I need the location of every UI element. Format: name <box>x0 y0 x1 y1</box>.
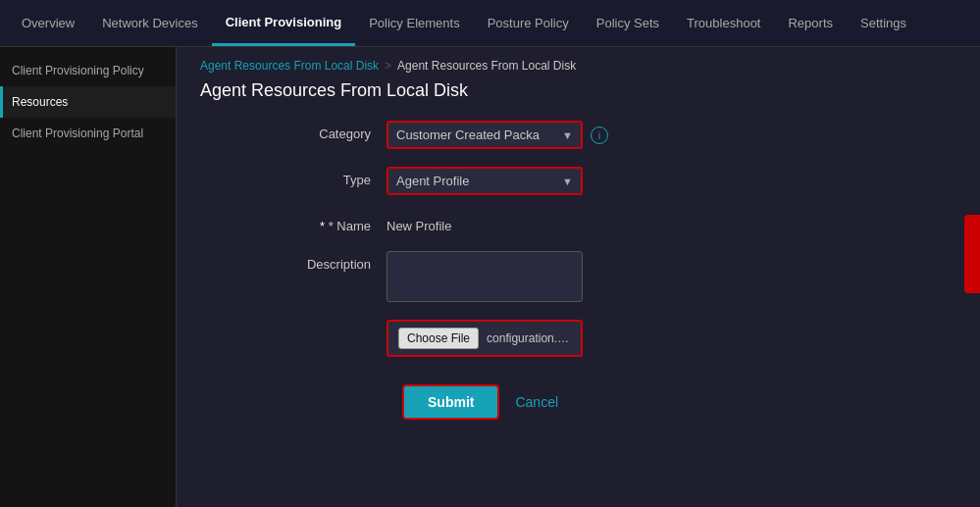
form-row-description: Description <box>259 251 808 302</box>
breadcrumb: Agent Resources From Local Disk > Agent … <box>200 59 956 73</box>
category-select-wrapper: Customer Created Packa Native Supplicant… <box>387 121 583 149</box>
file-label <box>259 320 387 326</box>
main-layout: Client Provisioning Policy Resources Cli… <box>0 47 980 507</box>
nav-item-policy-elements[interactable]: Policy Elements <box>355 0 473 46</box>
nav-item-posture-policy[interactable]: Posture Policy <box>474 0 583 46</box>
description-label: Description <box>259 251 387 272</box>
nav-item-network-devices[interactable]: Network Devices <box>88 0 212 46</box>
file-name: configuration.xml <box>487 331 571 345</box>
description-textarea[interactable] <box>387 251 583 302</box>
category-info-icon[interactable]: i <box>591 127 608 144</box>
name-value: New Profile <box>387 213 451 233</box>
sidebar-item-client-provisioning-policy[interactable]: Client Provisioning Policy <box>0 55 176 86</box>
file-upload-wrap: Choose File configuration.xml <box>387 320 583 357</box>
name-label: * Name <box>259 213 387 233</box>
form-row-type: Type Agent Profile Agent Compliance Modu… <box>259 167 808 195</box>
file-control-wrap: Choose File configuration.xml <box>387 320 808 357</box>
top-navigation: Overview Network Devices Client Provisio… <box>0 0 980 47</box>
nav-item-overview[interactable]: Overview <box>8 0 88 46</box>
nav-item-settings[interactable]: Settings <box>847 0 920 46</box>
breadcrumb-separator: > <box>385 59 391 73</box>
form-row-file: Choose File configuration.xml <box>259 320 808 357</box>
type-select-wrapper: Agent Profile Agent Compliance Module Ag… <box>387 167 583 195</box>
form-container: Category Customer Created Packa Native S… <box>259 121 808 420</box>
type-label: Type <box>259 167 387 187</box>
category-select[interactable]: Customer Created Packa Native Supplicant… <box>388 123 581 147</box>
nav-item-client-provisioning[interactable]: Client Provisioning <box>212 0 355 46</box>
right-edge-decoration <box>964 215 980 293</box>
cancel-link[interactable]: Cancel <box>515 394 558 410</box>
page-title: Agent Resources From Local Disk <box>200 80 956 101</box>
type-control-wrap: Agent Profile Agent Compliance Module Ag… <box>387 167 808 195</box>
sidebar-item-resources[interactable]: Resources <box>0 86 176 118</box>
breadcrumb-current: Agent Resources From Local Disk <box>397 59 576 73</box>
nav-item-troubleshoot[interactable]: Troubleshoot <box>673 0 774 46</box>
content-area: Agent Resources From Local Disk > Agent … <box>177 47 980 507</box>
category-control-wrap: Customer Created Packa Native Supplicant… <box>387 121 808 149</box>
description-control-wrap <box>387 251 808 302</box>
nav-item-reports[interactable]: Reports <box>774 0 847 46</box>
sidebar: Client Provisioning Policy Resources Cli… <box>0 47 177 507</box>
form-row-category: Category Customer Created Packa Native S… <box>259 121 808 149</box>
breadcrumb-link[interactable]: Agent Resources From Local Disk <box>200 59 379 73</box>
category-label: Category <box>259 121 387 141</box>
nav-item-policy-sets[interactable]: Policy Sets <box>583 0 673 46</box>
sidebar-item-client-provisioning-portal[interactable]: Client Provisioning Portal <box>0 118 176 149</box>
choose-file-button[interactable]: Choose File <box>398 328 479 349</box>
submit-button[interactable]: Submit <box>402 384 499 420</box>
form-row-name: * Name New Profile <box>259 213 808 233</box>
type-select[interactable]: Agent Profile Agent Compliance Module Ag… <box>388 169 581 193</box>
name-control-wrap: New Profile <box>387 213 808 233</box>
button-row: Submit Cancel <box>402 384 808 420</box>
